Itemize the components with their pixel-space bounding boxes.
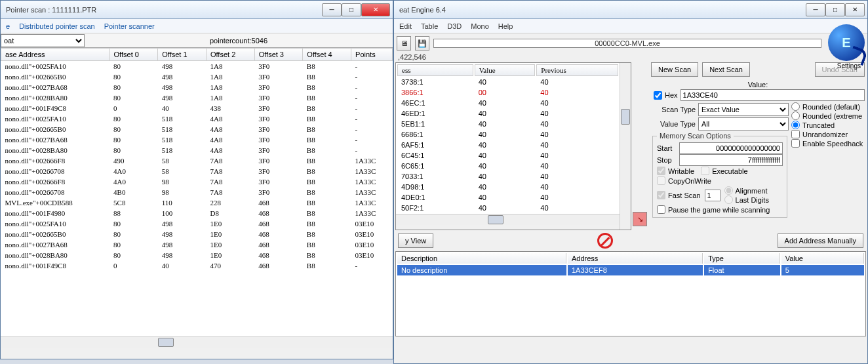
result-row[interactable]: 6C65:14040 <box>397 161 618 171</box>
pointer-table[interactable]: ase AddressOffset 0Offset 1Offset 2Offse… <box>1 48 393 271</box>
speedhack-checkbox[interactable] <box>791 139 800 148</box>
results-h-scroll[interactable] <box>396 214 620 225</box>
address-row[interactable]: No description1A33CEF8Float5 <box>397 265 864 275</box>
fastscan-checkbox <box>657 191 665 199</box>
ce-minimize-button[interactable]: ─ <box>806 3 825 16</box>
table-row[interactable]: nono.dll"+002667084A0587A83F0B81A33C <box>1 166 393 176</box>
ce-maximize-button[interactable]: □ <box>825 3 845 16</box>
ptr-col[interactable]: Offset 4 <box>303 49 351 61</box>
executable-checkbox <box>701 167 709 175</box>
table-row[interactable]: nono.dll"+002666F8490587A83F0B81A33C <box>1 155 393 166</box>
hex-checkbox[interactable] <box>654 91 662 100</box>
new-scan-button[interactable]: New Scan <box>651 62 698 77</box>
add-to-list-icon[interactable]: ↘ <box>633 212 647 226</box>
table-row[interactable]: nono.dll"+0025FA10804981A83F0B8- <box>1 61 393 72</box>
result-row[interactable]: 3738:14040 <box>397 77 618 87</box>
fastscan-input[interactable] <box>705 190 720 201</box>
table-row[interactable]: nono.dll"+0028BA80805184A83F0B8- <box>1 145 393 155</box>
results-list[interactable]: essValuePrevious3738:140403866:1004046EC… <box>396 63 620 214</box>
result-row[interactable]: 7033:14040 <box>397 172 618 181</box>
memory-view-button[interactable]: y View <box>398 233 433 248</box>
result-row[interactable]: 6AF5:14040 <box>397 140 618 150</box>
type-combo[interactable]: oat <box>1 34 85 47</box>
cow-checkbox <box>657 176 665 185</box>
table-row[interactable]: nono.dll"+002665B0804981A83F0B8- <box>1 71 393 82</box>
valuetype-combo[interactable]: All <box>698 117 789 131</box>
result-row[interactable]: 4DE0:14040 <box>397 193 618 202</box>
result-row[interactable]: 46ED:14040 <box>397 109 618 118</box>
ptr-col[interactable]: Points <box>351 49 393 61</box>
result-row[interactable]: 4D98:14040 <box>397 182 618 192</box>
alignment-radio <box>724 186 733 195</box>
start-input[interactable] <box>679 142 783 154</box>
result-row[interactable]: 50F2:14040 <box>397 203 618 212</box>
maximize-button[interactable]: □ <box>342 3 361 16</box>
value-label: Value: <box>651 81 865 89</box>
address-list[interactable]: DescriptionAddressTypeValueNo descriptio… <box>396 252 865 277</box>
table-row[interactable]: nono.dll"+001F498088100D8468B81A33C <box>1 208 393 218</box>
settings-link[interactable]: Settings <box>837 62 861 70</box>
table-row[interactable]: nono.dll"+002667084B0987A83F0B81A33C <box>1 187 393 197</box>
ptr-col[interactable]: Offset 3 <box>254 49 303 61</box>
ce-window-title: eat Engine 6.4 <box>399 6 806 14</box>
table-row[interactable]: nono.dll"+0027BA68804981A83F0B8- <box>1 82 393 92</box>
results-v-scroll[interactable] <box>620 63 631 230</box>
rounded-extreme-radio[interactable] <box>791 111 800 120</box>
scantype-label: Scan Type <box>651 106 696 113</box>
menu-distributed[interactable]: Distributed pointer scan <box>19 22 95 30</box>
table-row[interactable]: nono.dll"+002666F84A0987A83F0B81A33C <box>1 176 393 187</box>
rounded-default-radio[interactable] <box>791 102 800 111</box>
table-row[interactable]: nono.dll"+0027BA68805184A83F0B8- <box>1 134 393 145</box>
minimize-button[interactable]: ─ <box>322 3 342 16</box>
ptr-col[interactable]: Offset 1 <box>158 49 207 61</box>
menu-edit[interactable]: Edit <box>399 22 412 30</box>
table-row[interactable]: nono.dll"+001F49C8040470468B8- <box>1 260 393 271</box>
h-scrollbar[interactable] <box>1 336 393 348</box>
result-row[interactable]: 6C45:14040 <box>397 151 618 160</box>
no-icon[interactable] <box>597 233 613 249</box>
result-row[interactable]: 5EB1:14040 <box>397 119 618 129</box>
add-address-manually-button[interactable]: Add Address Manually <box>778 233 863 248</box>
found-count: ,422,546 <box>394 53 867 61</box>
menu-d3d[interactable]: D3D <box>447 22 462 30</box>
table-row[interactable]: nono.dll"+0025FA10804981E0468B803E10 <box>1 218 393 229</box>
save-icon[interactable]: 💾 <box>415 36 429 51</box>
table-row[interactable]: nono.dll"+001F49C80404383F0B8- <box>1 103 393 113</box>
truncated-radio[interactable] <box>791 121 800 129</box>
ce-logo-icon[interactable]: E <box>828 24 865 61</box>
ptr-col[interactable]: Offset 2 <box>206 49 254 61</box>
lastdigits-radio <box>724 195 733 204</box>
menu-help[interactable]: Help <box>498 22 513 30</box>
process-name: 00000CC0-MVL.exe <box>433 39 821 48</box>
table-row[interactable]: nono.dll"+0027BA68804981E0468B803E10 <box>1 239 393 250</box>
table-row[interactable]: nono.dll"+0025FA10805184A83F0B8- <box>1 113 393 124</box>
menu-file[interactable]: e <box>6 22 10 30</box>
result-row[interactable]: 3866:10040 <box>397 88 618 97</box>
ce-close-button[interactable]: ✕ <box>845 3 865 16</box>
close-button[interactable]: ✕ <box>361 3 390 16</box>
table-row[interactable]: nono.dll"+002665B0804981E0468B803E10 <box>1 229 393 239</box>
result-row[interactable]: 6686:14040 <box>397 130 618 139</box>
ptr-col[interactable]: Offset 0 <box>109 49 158 61</box>
unrandomizer-checkbox[interactable] <box>791 130 800 138</box>
ptr-window-title: Pointer scan : 1111111.PTR <box>6 6 322 14</box>
hex-label: Hex <box>665 91 678 99</box>
next-scan-button[interactable]: Next Scan <box>702 62 750 77</box>
table-row[interactable]: nono.dll"+002665B0805184A83F0B8- <box>1 124 393 134</box>
writable-checkbox <box>657 167 665 175</box>
table-row[interactable]: nono.dll"+0028BA80804981A83F0B8- <box>1 92 393 103</box>
stop-input[interactable] <box>679 154 783 166</box>
pause-checkbox[interactable] <box>657 205 665 214</box>
open-process-icon[interactable]: 🖥 <box>397 36 411 51</box>
result-row[interactable]: 46EC:14040 <box>397 98 618 108</box>
table-row[interactable]: nono.dll"+0028BA80804981E0468B803E10 <box>1 250 393 260</box>
menu-pointer-scanner[interactable]: Pointer scanner <box>104 22 155 30</box>
value-input[interactable] <box>681 89 865 101</box>
table-row[interactable]: MVL.exe"+00CDB5885C8110228468B81A33C <box>1 197 393 208</box>
menu-table[interactable]: Table <box>421 22 438 30</box>
menu-mono[interactable]: Mono <box>471 22 489 30</box>
valuetype-label: Value Type <box>651 120 696 128</box>
pointercount-label: pointercount:5046 <box>85 37 393 45</box>
scantype-combo[interactable]: Exact Value <box>698 103 789 116</box>
ptr-col[interactable]: ase Address <box>1 49 110 61</box>
